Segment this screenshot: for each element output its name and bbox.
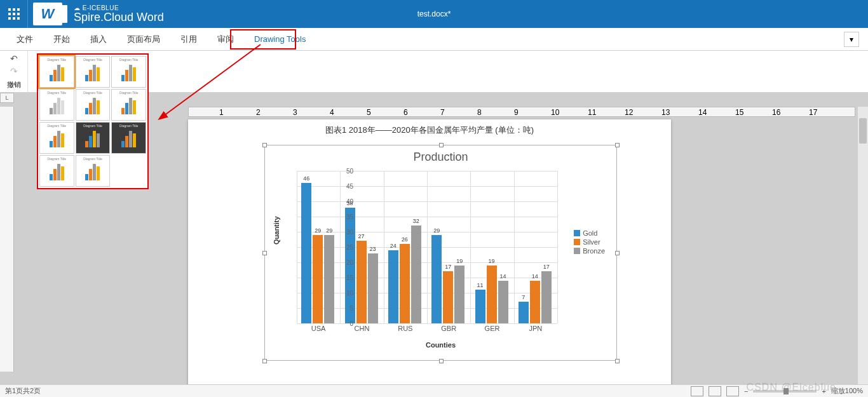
bar-CHN-Silver: 27: [356, 241, 367, 323]
resize-handle[interactable]: [439, 359, 444, 363]
category-label: GBR: [441, 325, 456, 332]
svg-rect-7: [13, 17, 15, 20]
chart-style-thumb-5[interactable]: Diagram Title: [111, 89, 146, 121]
bar-RUS-Silver: 26: [400, 244, 410, 323]
bar-GBR-Bronze: 19: [454, 266, 465, 323]
resize-handle[interactable]: [439, 143, 444, 147]
resize-handle[interactable]: [615, 143, 620, 147]
chart-style-thumb-8[interactable]: Diagram Title: [111, 122, 146, 154]
menu-file[interactable]: 文件: [6, 28, 43, 50]
svg-rect-0: [8, 8, 11, 11]
view-mode-icon-1[interactable]: [691, 386, 703, 396]
menu-insert[interactable]: 插入: [80, 28, 117, 50]
options-dropdown-icon[interactable]: ▾: [844, 32, 859, 47]
zoom-plus-icon[interactable]: +: [822, 387, 825, 395]
svg-rect-4: [13, 13, 15, 15]
undo-icon[interactable]: ↶: [10, 53, 18, 64]
view-mode-icon-3[interactable]: [726, 386, 739, 396]
svg-rect-5: [17, 13, 20, 15]
chart-style-thumb-2[interactable]: Diagram Title: [111, 56, 146, 88]
scrollbar-thumb[interactable]: [859, 118, 867, 144]
chart-style-thumb-7[interactable]: Diagram Title: [76, 122, 111, 154]
y-axis-label: Quantity: [273, 216, 280, 245]
svg-rect-6: [8, 17, 11, 20]
legend-item-Gold: Gold: [574, 229, 605, 237]
chart-legend: GoldSilverBronze: [574, 228, 605, 256]
svg-rect-8: [17, 17, 20, 20]
bar-GBR-Gold: 29: [431, 235, 442, 323]
svg-rect-1: [13, 8, 15, 11]
chart-style-thumb-6[interactable]: Diagram Title: [39, 122, 74, 154]
brand-big: Spire.Cloud Word: [74, 11, 164, 24]
page-indicator: 第1页共2页: [5, 386, 41, 396]
undo-group: ↶ ↷ 撤销: [0, 51, 28, 92]
document-title: test.docx*: [417, 10, 451, 18]
horizontal-ruler: 1234567891011121314151617: [188, 107, 855, 117]
vertical-ruler: [0, 107, 14, 372]
bar-USA-Silver: 29: [313, 235, 323, 323]
legend-item-Bronze: Bronze: [574, 247, 605, 255]
undo-label: 撤销: [7, 80, 21, 90]
ruler-corner: L: [0, 93, 14, 103]
chart-caption: 图表1 2018年——2020年各国金属年平均产量 (单位：吨): [188, 119, 671, 141]
status-bar: 第1页共2页 − + 缩放100%: [0, 384, 868, 397]
category-label: USA: [311, 325, 326, 332]
bar-USA-Gold: 46: [301, 183, 311, 323]
category-label: RUS: [398, 325, 412, 332]
category-label: GER: [485, 325, 500, 332]
category-label: CHN: [355, 325, 370, 332]
resize-handle[interactable]: [262, 143, 267, 147]
bar-JPN-Silver: 14: [530, 281, 540, 323]
zoom-minus-icon[interactable]: −: [744, 387, 748, 395]
menu-home[interactable]: 开始: [43, 28, 80, 50]
app-grid-icon[interactable]: [0, 0, 28, 28]
word-logo-icon: W: [33, 3, 62, 25]
bar-GER-Bronze: 14: [498, 281, 508, 323]
bar-JPN-Gold: 7: [519, 302, 529, 323]
bar-GER-Silver: 19: [487, 266, 497, 323]
resize-handle[interactable]: [615, 251, 620, 255]
chart-title: Production: [265, 145, 616, 166]
resize-handle[interactable]: [262, 359, 267, 363]
plot-area: 46292938272324263229171911191471417: [297, 171, 557, 323]
bar-RUS-Gold: 24: [388, 250, 398, 323]
zoom-label: 缩放100%: [831, 386, 863, 396]
menu-layout[interactable]: 页面布局: [117, 28, 170, 50]
legend-item-Silver: Silver: [574, 238, 605, 246]
chart-style-thumb-9[interactable]: Diagram Title: [39, 155, 74, 187]
chart-style-thumb-4[interactable]: Diagram Title: [76, 89, 111, 121]
bar-USA-Bronze: 29: [324, 235, 334, 323]
resize-handle[interactable]: [262, 251, 267, 255]
vertical-scrollbar[interactable]: [858, 107, 868, 384]
bar-CHN-Bronze: 23: [368, 253, 378, 323]
brand-small: ☁ E-ICEBLUE: [74, 4, 164, 11]
brand-block: ☁ E-ICEBLUE Spire.Cloud Word: [74, 4, 164, 24]
redo-icon[interactable]: ↷: [10, 66, 18, 76]
bar-JPN-Bronze: 17: [541, 271, 552, 323]
chart-style-thumb-0[interactable]: Diagram Title: [39, 56, 74, 88]
zoom-slider[interactable]: [753, 390, 817, 393]
chart-object[interactable]: Production 46292938272324263229171911191…: [264, 145, 617, 361]
bar-RUS-Bronze: 32: [411, 225, 421, 323]
menu-bar: 文件 开始 插入 页面布局 引用 审阅 Drawing Tools ▾: [0, 28, 868, 51]
title-bar: W ☁ E-ICEBLUE Spire.Cloud Word test.docx…: [0, 0, 868, 28]
resize-handle[interactable]: [615, 359, 620, 363]
bar-GBR-Silver: 17: [443, 271, 453, 323]
view-mode-icon-2[interactable]: [709, 386, 721, 396]
chart-style-thumb-1[interactable]: Diagram Title: [76, 56, 111, 88]
x-axis-label: Counties: [265, 341, 616, 349]
chart-style-thumb-3[interactable]: Diagram Title: [39, 89, 74, 121]
menu-references[interactable]: 引用: [170, 28, 207, 50]
menu-review[interactable]: 审阅: [207, 28, 244, 50]
document-page[interactable]: 图表1 2018年——2020年各国金属年平均产量 (单位：吨) Product…: [188, 119, 671, 386]
category-label: JPN: [529, 325, 542, 332]
svg-rect-3: [8, 13, 11, 15]
bar-GER-Gold: 11: [475, 290, 485, 323]
zoom-slider-thumb[interactable]: [783, 388, 789, 394]
menu-drawing-tools[interactable]: Drawing Tools: [244, 28, 316, 50]
chart-styles-gallery: Diagram TitleDiagram TitleDiagram TitleD…: [37, 53, 149, 189]
svg-rect-2: [17, 8, 20, 11]
chart-style-thumb-10[interactable]: Diagram Title: [76, 155, 111, 187]
